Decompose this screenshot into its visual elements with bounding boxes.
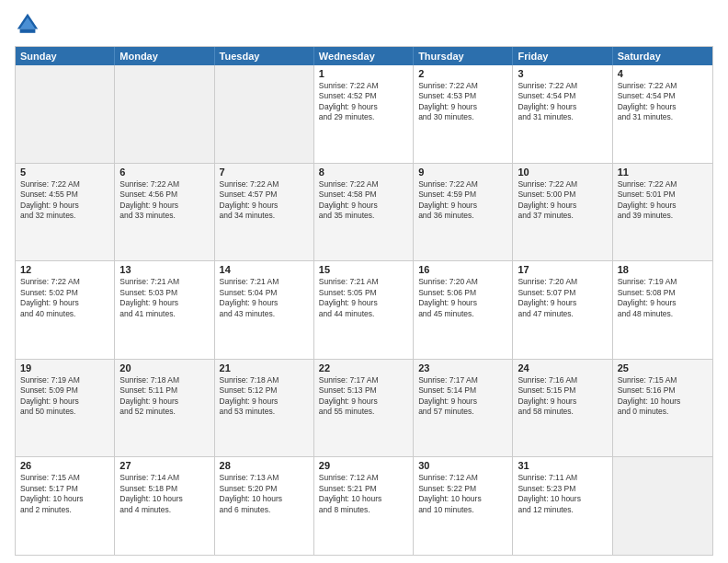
day-number: 17 <box>518 264 607 275</box>
calendar-row: 19Sunrise: 7:19 AM Sunset: 5:09 PM Dayli… <box>16 359 712 457</box>
calendar-cell: 8Sunrise: 7:22 AM Sunset: 4:58 PM Daylig… <box>314 164 414 261</box>
day-number: 29 <box>319 460 408 471</box>
cell-content: Sunrise: 7:18 AM Sunset: 5:12 PM Dayligh… <box>220 375 309 418</box>
cell-content: Sunrise: 7:22 AM Sunset: 4:55 PM Dayligh… <box>20 179 109 222</box>
day-number: 5 <box>20 167 109 178</box>
day-number: 25 <box>618 362 708 373</box>
day-number: 13 <box>119 264 209 275</box>
cell-content: Sunrise: 7:18 AM Sunset: 5:11 PM Dayligh… <box>119 375 209 418</box>
calendar-cell: 21Sunrise: 7:18 AM Sunset: 5:12 PM Dayli… <box>215 360 314 457</box>
cell-content: Sunrise: 7:22 AM Sunset: 5:01 PM Dayligh… <box>618 179 708 222</box>
day-number: 31 <box>518 460 607 471</box>
day-number: 14 <box>220 264 309 275</box>
day-number: 20 <box>119 362 209 373</box>
calendar-cell <box>16 65 115 163</box>
header-day: Friday <box>513 47 612 65</box>
day-number: 30 <box>418 460 507 471</box>
cell-content: Sunrise: 7:12 AM Sunset: 5:21 PM Dayligh… <box>319 473 408 515</box>
calendar-cell: 30Sunrise: 7:12 AM Sunset: 5:22 PM Dayli… <box>414 457 513 555</box>
day-number: 3 <box>518 68 607 79</box>
cell-content: Sunrise: 7:15 AM Sunset: 5:16 PM Dayligh… <box>618 375 708 418</box>
day-number: 9 <box>418 167 507 178</box>
cell-content: Sunrise: 7:13 AM Sunset: 5:20 PM Dayligh… <box>220 473 309 515</box>
calendar: SundayMondayTuesdayWednesdayThursdayFrid… <box>15 46 713 556</box>
calendar-cell: 20Sunrise: 7:18 AM Sunset: 5:11 PM Dayli… <box>115 360 214 457</box>
day-number: 6 <box>119 167 209 178</box>
calendar-cell: 13Sunrise: 7:21 AM Sunset: 5:03 PM Dayli… <box>115 261 214 359</box>
calendar-cell: 12Sunrise: 7:22 AM Sunset: 5:02 PM Dayli… <box>16 261 115 359</box>
header-day: Saturday <box>613 47 712 65</box>
day-number: 26 <box>20 460 109 471</box>
cell-content: Sunrise: 7:20 AM Sunset: 5:06 PM Dayligh… <box>418 277 507 319</box>
day-number: 19 <box>20 362 109 373</box>
cell-content: Sunrise: 7:22 AM Sunset: 5:00 PM Dayligh… <box>518 179 607 222</box>
calendar-row: 12Sunrise: 7:22 AM Sunset: 5:02 PM Dayli… <box>16 260 712 359</box>
header-day: Sunday <box>16 47 115 65</box>
cell-content: Sunrise: 7:22 AM Sunset: 4:58 PM Dayligh… <box>319 179 408 222</box>
calendar-cell: 23Sunrise: 7:17 AM Sunset: 5:14 PM Dayli… <box>414 360 513 457</box>
cell-content: Sunrise: 7:21 AM Sunset: 5:03 PM Dayligh… <box>119 277 209 319</box>
day-number: 16 <box>418 264 507 275</box>
calendar-cell: 11Sunrise: 7:22 AM Sunset: 5:01 PM Dayli… <box>613 164 712 261</box>
calendar-cell <box>613 457 712 555</box>
cell-content: Sunrise: 7:17 AM Sunset: 5:13 PM Dayligh… <box>319 375 408 418</box>
cell-content: Sunrise: 7:21 AM Sunset: 5:04 PM Dayligh… <box>220 277 309 319</box>
calendar-cell <box>215 65 314 163</box>
header-day: Monday <box>115 47 214 65</box>
day-number: 1 <box>319 68 408 79</box>
calendar-cell: 5Sunrise: 7:22 AM Sunset: 4:55 PM Daylig… <box>16 164 115 261</box>
cell-content: Sunrise: 7:22 AM Sunset: 4:52 PM Dayligh… <box>319 81 408 123</box>
calendar-cell: 31Sunrise: 7:11 AM Sunset: 5:23 PM Dayli… <box>513 457 612 555</box>
day-number: 11 <box>618 167 708 178</box>
cell-content: Sunrise: 7:15 AM Sunset: 5:17 PM Dayligh… <box>20 473 109 515</box>
cell-content: Sunrise: 7:22 AM Sunset: 4:53 PM Dayligh… <box>418 81 507 123</box>
day-number: 4 <box>618 68 708 79</box>
calendar-cell: 3Sunrise: 7:22 AM Sunset: 4:54 PM Daylig… <box>513 65 612 163</box>
calendar-cell: 6Sunrise: 7:22 AM Sunset: 4:56 PM Daylig… <box>115 164 214 261</box>
calendar-cell: 9Sunrise: 7:22 AM Sunset: 4:59 PM Daylig… <box>414 164 513 261</box>
calendar-body: 1Sunrise: 7:22 AM Sunset: 4:52 PM Daylig… <box>16 65 712 555</box>
calendar-cell: 29Sunrise: 7:12 AM Sunset: 5:21 PM Dayli… <box>314 457 414 555</box>
cell-content: Sunrise: 7:11 AM Sunset: 5:23 PM Dayligh… <box>518 473 607 515</box>
cell-content: Sunrise: 7:14 AM Sunset: 5:18 PM Dayligh… <box>119 473 209 515</box>
calendar-cell: 4Sunrise: 7:22 AM Sunset: 4:54 PM Daylig… <box>613 65 712 163</box>
calendar-cell: 10Sunrise: 7:22 AM Sunset: 5:00 PM Dayli… <box>513 164 612 261</box>
calendar-cell: 1Sunrise: 7:22 AM Sunset: 4:52 PM Daylig… <box>314 65 414 163</box>
day-number: 15 <box>319 264 408 275</box>
header-day: Tuesday <box>215 47 314 65</box>
cell-content: Sunrise: 7:22 AM Sunset: 4:54 PM Dayligh… <box>518 81 607 123</box>
cell-content: Sunrise: 7:19 AM Sunset: 5:09 PM Dayligh… <box>20 375 109 418</box>
day-number: 12 <box>20 264 109 275</box>
logo <box>15 11 44 37</box>
day-number: 2 <box>418 68 507 79</box>
calendar-header: SundayMondayTuesdayWednesdayThursdayFrid… <box>16 47 712 65</box>
calendar-cell: 26Sunrise: 7:15 AM Sunset: 5:17 PM Dayli… <box>16 457 115 555</box>
header-day: Wednesday <box>314 47 414 65</box>
day-number: 8 <box>319 167 408 178</box>
cell-content: Sunrise: 7:22 AM Sunset: 4:59 PM Dayligh… <box>418 179 507 222</box>
calendar-cell: 18Sunrise: 7:19 AM Sunset: 5:08 PM Dayli… <box>613 261 712 359</box>
logo-icon <box>15 11 40 37</box>
header-day: Thursday <box>414 47 513 65</box>
day-number: 24 <box>518 362 607 373</box>
calendar-cell: 19Sunrise: 7:19 AM Sunset: 5:09 PM Dayli… <box>16 360 115 457</box>
day-number: 10 <box>518 167 607 178</box>
calendar-cell: 14Sunrise: 7:21 AM Sunset: 5:04 PM Dayli… <box>215 261 314 359</box>
page-container: SundayMondayTuesdayWednesdayThursdayFrid… <box>0 0 728 563</box>
svg-rect-2 <box>20 29 36 33</box>
cell-content: Sunrise: 7:12 AM Sunset: 5:22 PM Dayligh… <box>418 473 507 515</box>
cell-content: Sunrise: 7:17 AM Sunset: 5:14 PM Dayligh… <box>418 375 507 418</box>
calendar-cell: 16Sunrise: 7:20 AM Sunset: 5:06 PM Dayli… <box>414 261 513 359</box>
cell-content: Sunrise: 7:21 AM Sunset: 5:05 PM Dayligh… <box>319 277 408 319</box>
calendar-row: 26Sunrise: 7:15 AM Sunset: 5:17 PM Dayli… <box>16 456 712 555</box>
calendar-cell: 2Sunrise: 7:22 AM Sunset: 4:53 PM Daylig… <box>414 65 513 163</box>
day-number: 23 <box>418 362 507 373</box>
calendar-row: 1Sunrise: 7:22 AM Sunset: 4:52 PM Daylig… <box>16 65 712 163</box>
day-number: 21 <box>220 362 309 373</box>
cell-content: Sunrise: 7:20 AM Sunset: 5:07 PM Dayligh… <box>518 277 607 319</box>
cell-content: Sunrise: 7:22 AM Sunset: 4:54 PM Dayligh… <box>618 81 708 123</box>
calendar-cell: 17Sunrise: 7:20 AM Sunset: 5:07 PM Dayli… <box>513 261 612 359</box>
calendar-row: 5Sunrise: 7:22 AM Sunset: 4:55 PM Daylig… <box>16 163 712 261</box>
day-number: 22 <box>319 362 408 373</box>
cell-content: Sunrise: 7:22 AM Sunset: 4:56 PM Dayligh… <box>119 179 209 222</box>
